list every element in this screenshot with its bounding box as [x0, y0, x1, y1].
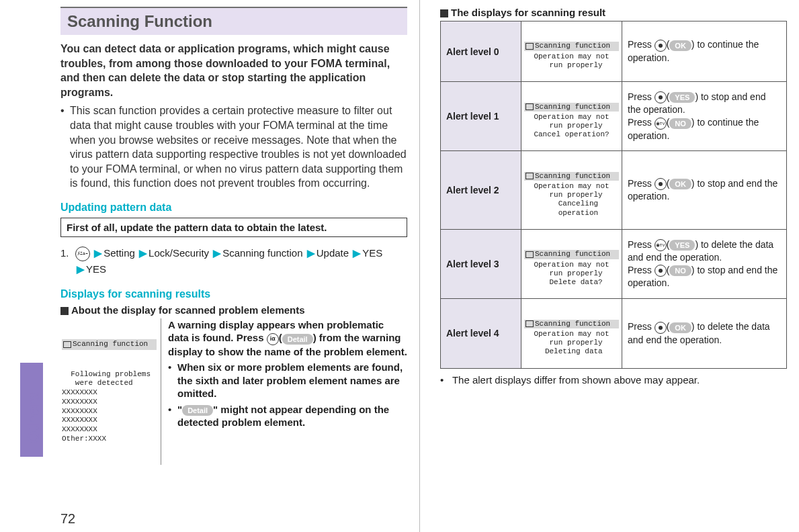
arrow-icon: ▶	[306, 247, 317, 259]
alert-table: Alert level 0 Scanning functionOperation…	[440, 21, 787, 369]
detail-pill: Detail	[282, 334, 313, 345]
alert-name: Alert level 2	[441, 151, 521, 230]
phone-title: Scanning function	[524, 172, 619, 181]
block-about: About the display for scanned problem el…	[60, 304, 407, 316]
center-key-icon	[655, 322, 667, 334]
alert-name: Alert level 4	[441, 299, 521, 368]
scan-description: A warning display appears when problemat…	[168, 318, 407, 465]
key-pill: OK	[669, 322, 691, 333]
quote: "	[177, 404, 182, 415]
step-part: YES	[362, 247, 382, 259]
detail-pill: Detail	[182, 405, 213, 416]
center-key-icon	[655, 265, 667, 277]
desc-bullet-2-text: "Detail" might not appear depending on t…	[177, 403, 407, 429]
key-pill: OK	[669, 40, 691, 51]
center-key-icon	[655, 178, 667, 190]
block-displays-label: The displays for scanning result	[451, 7, 605, 18]
step-part: Update	[317, 247, 349, 259]
info-key-icon: iα	[267, 333, 279, 345]
table-row: Alert level 1 Scanning functionOperation…	[441, 82, 787, 151]
first-box: First of all, update the pattern data to…	[60, 218, 407, 237]
alert-screenshot: Scanning functionOperation may not run p…	[521, 21, 622, 82]
page: Others Scanning Function You can detect …	[0, 0, 799, 532]
desc-bullet-1-text: When six or more problem elements are fo…	[177, 361, 407, 400]
alert-action: Press (OK) to delete the data and end th…	[622, 299, 787, 368]
camera-key-icon: ◉TV	[655, 239, 667, 251]
table-row: Alert level 4 Scanning functionOperation…	[441, 299, 787, 368]
step-number: 1.	[60, 245, 75, 277]
camera-key-icon: ◉TV	[655, 118, 667, 130]
phone-title: Scanning function	[524, 320, 619, 328]
intro-bullet: • This scan function provides a certain …	[60, 103, 407, 191]
step-1: 1. ﾒﾆｭｰ ▶Setting ▶Lock/Security ▶Scannin…	[60, 245, 407, 277]
key-pill: NO	[669, 265, 691, 276]
center-key-icon	[655, 40, 667, 52]
alert-screenshot: Scanning functionOperation may not run p…	[521, 151, 622, 230]
alert-action: Press (OK) to continue the operation.	[622, 21, 787, 82]
square-icon	[60, 307, 69, 315]
square-icon	[440, 9, 448, 17]
alert-action: Press (YES) to stop and end the operatio…	[622, 82, 787, 151]
menu-key-icon: ﾒﾆｭｰ	[75, 247, 90, 261]
subheading-updating: Updating pattern data	[60, 202, 407, 214]
phone-title: Scanning function	[524, 42, 619, 50]
key-pill: OK	[669, 179, 691, 189]
step-part: Scanning function	[222, 247, 302, 259]
page-number: 72	[60, 511, 75, 527]
side-label: Others	[24, 392, 43, 443]
bullet-dot: •	[168, 361, 177, 400]
scan-detail-row: Scanning function Following problems wer…	[60, 318, 407, 465]
arrow-icon: ▶	[351, 247, 362, 259]
phone-screenshot: Scanning function Following problems wer…	[60, 318, 161, 465]
alert-screenshot: Scanning functionOperation may not run p…	[521, 299, 622, 368]
intro-text: You can detect data or application progr…	[60, 42, 407, 99]
table-row: Alert level 3 Scanning functionOperation…	[441, 229, 787, 298]
phone-body: Following problems were detected XXXXXXX…	[62, 370, 157, 444]
block-displays: The displays for scanning result	[440, 7, 787, 18]
step-part: YES	[86, 263, 106, 275]
arrow-icon: ▶	[75, 263, 86, 275]
bullet-dot: •	[168, 403, 177, 429]
arrow-icon: ▶	[212, 247, 222, 259]
alert-action: Press ◉TV(YES) to delete the data and en…	[622, 229, 787, 298]
phone-title: Scanning function	[62, 339, 157, 350]
footnote: • The alert displays differ from shown a…	[440, 374, 787, 386]
phone-title: Scanning function	[524, 103, 619, 112]
key-pill: YES	[669, 92, 695, 103]
phone-title-text: Scanning function	[73, 340, 148, 349]
left-column: Others Scanning Function You can detect …	[0, 0, 419, 532]
desc-bullet-2: • "Detail" might not appear depending on…	[168, 403, 407, 429]
arrow-icon: ▶	[138, 247, 149, 259]
step-part: Lock/Security	[149, 247, 209, 259]
section-heading: Scanning Function	[60, 7, 407, 35]
alert-name: Alert level 3	[441, 229, 521, 298]
alert-name: Alert level 0	[441, 21, 521, 82]
arrow-icon: ▶	[93, 247, 103, 259]
footnote-text: The alert displays differ from shown abo…	[452, 374, 700, 386]
right-column: The displays for scanning result Alert l…	[419, 0, 799, 532]
center-key-icon	[655, 91, 667, 103]
bullet-dot: •	[440, 374, 450, 386]
intro-bullet-text: This scan function provides a certain pr…	[70, 103, 407, 191]
alert-screenshot: Scanning functionOperation may not run p…	[521, 229, 622, 298]
alert-action: Press (OK) to stop and end the operation…	[622, 151, 787, 230]
block-about-label: About the display for scanned problem el…	[71, 304, 305, 316]
alert-screenshot: Scanning functionOperation may not run p…	[521, 82, 622, 151]
table-row: Alert level 0 Scanning functionOperation…	[441, 21, 787, 82]
step-flow: ﾒﾆｭｰ ▶Setting ▶Lock/Security ▶Scanning f…	[75, 245, 407, 277]
desc-bullet-1: • When six or more problem elements are …	[168, 361, 407, 400]
step-part: Setting	[103, 247, 135, 259]
bullet-dot: •	[60, 103, 70, 191]
phone-title: Scanning function	[524, 250, 619, 259]
table-row: Alert level 2 Scanning functionOperation…	[441, 151, 787, 230]
alert-name: Alert level 1	[441, 82, 521, 151]
key-pill: NO	[669, 118, 691, 129]
subheading-results: Displays for scanning results	[60, 288, 407, 300]
key-pill: YES	[669, 240, 695, 251]
